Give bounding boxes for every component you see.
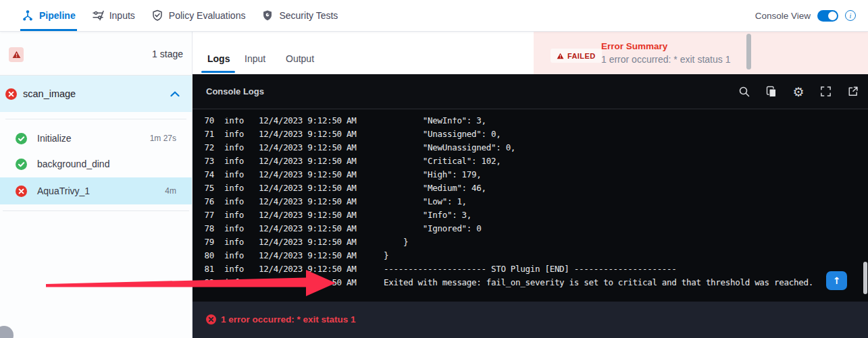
footer-error-text: 1 error occurred: * exit status 1 — [221, 314, 356, 325]
log-line: 74info12/4/2023 9:12:50 AM "High": 179, — [193, 167, 868, 181]
stage-row-scan-image[interactable]: scan_image — [0, 76, 192, 112]
log-line: 78info12/4/2023 9:12:50 AM "Ignored": 0 — [193, 221, 868, 235]
failed-status-badge: FAILED — [551, 49, 602, 63]
warning-triangle-icon — [12, 51, 21, 59]
nav-label-security-tests: Security Tests — [279, 10, 338, 21]
toggle-knob — [828, 11, 837, 20]
policy-evaluations-icon — [151, 9, 163, 22]
top-nav: Pipeline Inputs Policy Evaluations Sec — [0, 0, 868, 32]
failed-badge-label: FAILED — [567, 52, 596, 60]
log-line: 72info12/4/2023 9:12:50 AM "NewUnassigne… — [193, 140, 868, 154]
error-circle-icon — [206, 314, 216, 325]
step-name: Initialize — [37, 133, 72, 144]
step-row-aquatrivy[interactable]: AquaTrivy_1 4m — [0, 177, 192, 204]
error-summary-panel: FAILED Error Summary 1 error occurred: *… — [534, 32, 868, 74]
error-summary-message: 1 error occurred: * exit status 1 — [601, 54, 730, 65]
console-view-label: Console View — [755, 11, 811, 21]
log-line: 81info12/4/2023 9:12:50 AM--------------… — [193, 262, 868, 275]
log-lines: 70info12/4/2023 9:12:50 AM "NewInfo": 3,… — [193, 117, 868, 289]
nav-label-policy-evaluations: Policy Evaluations — [169, 10, 246, 21]
corner-widget — [0, 326, 14, 338]
nav-label-inputs: Inputs — [109, 10, 135, 21]
pipeline-icon — [22, 9, 34, 22]
nav-tab-pipeline[interactable]: Pipeline — [20, 0, 77, 31]
log-line-error-exit: 82info12/4/2023 9:12:50 AMExited with me… — [193, 275, 868, 289]
log-scroll-area[interactable]: 70info12/4/2023 9:12:50 AM "NewInfo": 3,… — [193, 117, 868, 302]
scroll-to-top-button[interactable]: ↑ — [826, 271, 847, 290]
warning-triangle-icon — [557, 53, 564, 59]
tab-logs[interactable]: Logs — [207, 53, 230, 64]
error-status-icon — [5, 88, 17, 100]
footer-error-bar: 1 error occurred: * exit status 1 — [193, 302, 868, 338]
log-line: 79info12/4/2023 9:12:50 AM } — [193, 235, 868, 248]
search-icon[interactable] — [738, 86, 750, 98]
nav-tab-security-tests[interactable]: Security Tests — [260, 0, 339, 31]
inputs-icon — [92, 9, 104, 22]
open-in-new-icon[interactable] — [846, 86, 859, 98]
up-arrow-icon: ↑ — [833, 275, 841, 286]
console-view-toggle[interactable] — [817, 10, 838, 22]
log-line: 70info12/4/2023 9:12:50 AM "NewInfo": 3, — [193, 117, 868, 127]
step-name: AquaTrivy_1 — [37, 186, 90, 196]
log-line: 71info12/4/2023 9:12:50 AM "Unassigned":… — [193, 127, 868, 140]
console-scrollbar-thumb[interactable] — [863, 262, 867, 294]
log-line: 73info12/4/2023 9:12:50 AM "Critical": 1… — [193, 154, 868, 167]
nav-tab-inputs[interactable]: Inputs — [91, 0, 136, 31]
security-tests-icon — [261, 9, 274, 22]
warning-badge[interactable] — [9, 47, 24, 62]
step-row-background-dind[interactable]: background_dind — [0, 154, 192, 174]
copy-icon[interactable] — [765, 86, 777, 98]
error-status-icon — [16, 186, 27, 197]
error-summary-scrollbar[interactable] — [746, 34, 751, 69]
success-status-icon — [16, 133, 27, 144]
chevron-up-icon[interactable] — [170, 91, 180, 97]
log-line: 77info12/4/2023 9:12:50 AM "Info": 3, — [193, 208, 868, 221]
settings-gear-icon[interactable]: ⚙ — [792, 86, 805, 98]
log-line: 75info12/4/2023 9:12:50 AM "Medium": 46, — [193, 181, 868, 194]
error-summary-title: Error Summary — [601, 41, 667, 51]
tab-output[interactable]: Output — [286, 53, 314, 64]
step-row-initialize[interactable]: Initialize 1m 27s — [0, 128, 192, 148]
active-tab-underline — [201, 71, 235, 73]
fullscreen-icon[interactable] — [819, 86, 832, 98]
pipeline-execution-page: Pipeline Inputs Policy Evaluations Sec — [0, 0, 868, 338]
nav-label-pipeline: Pipeline — [39, 10, 76, 21]
execution-sidebar: 1 stage scan_image Initialize 1m 27s — [0, 32, 193, 338]
info-icon[interactable]: i — [845, 10, 856, 21]
nav-tab-policy-evaluations[interactable]: Policy Evaluations — [150, 0, 247, 31]
stage-count-label: 1 stage — [152, 49, 183, 59]
sidebar-divider — [3, 210, 189, 211]
log-line: 76info12/4/2023 9:12:50 AM "Low": 1, — [193, 194, 868, 208]
nav-right-controls: Console View i — [755, 0, 868, 31]
console-logs-title: Console Logs — [206, 86, 264, 96]
footer-error-row: 1 error occurred: * exit status 1 — [206, 314, 356, 325]
console-logs-header: Console Logs ⚙ — [193, 74, 868, 109]
tab-input[interactable]: Input — [245, 53, 265, 64]
detail-tabs: Logs Input Output — [193, 32, 534, 74]
log-line: 80info12/4/2023 9:12:50 AM} — [193, 248, 868, 262]
success-status-icon — [16, 159, 27, 170]
step-name: background_dind — [37, 159, 109, 169]
step-duration: 4m — [165, 186, 176, 196]
console-log-viewport: 70info12/4/2023 9:12:50 AM "NewInfo": 3,… — [193, 109, 868, 302]
step-duration: 1m 27s — [150, 134, 176, 143]
stage-name: scan_image — [23, 88, 76, 99]
console-toolbar: ⚙ — [738, 86, 859, 98]
sidebar-divider — [5, 119, 186, 119]
